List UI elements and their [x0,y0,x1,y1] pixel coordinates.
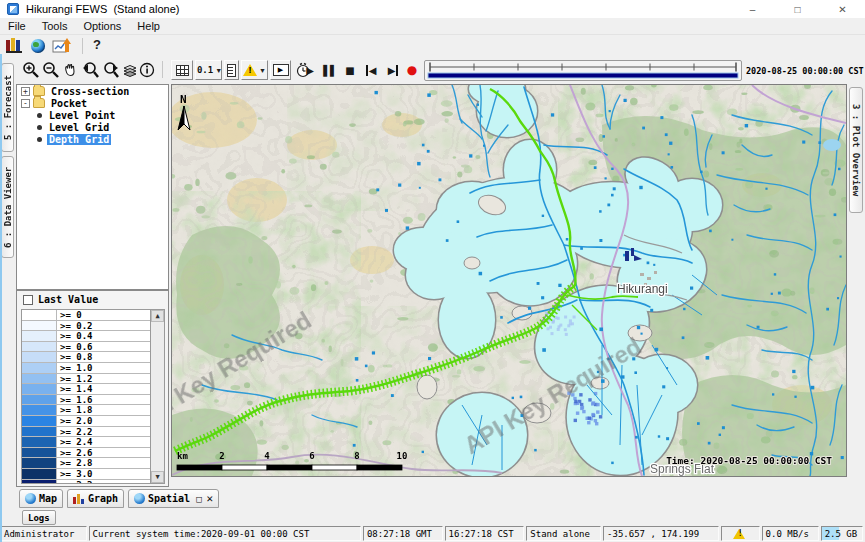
tree-item-label[interactable]: Cross-section [49,86,131,97]
step-back-button[interactable]: ◀ [362,60,380,80]
legend-swatch [22,331,57,341]
pan-hand-icon[interactable] [62,60,79,80]
toolbar-map: 0.1▼ ▼ ▶ ▶ ▌▌ ■ ◀ ▶ ● [0,57,865,84]
legend-value: >= 0 [57,310,150,320]
legend-row: >= 2.6 [22,448,150,459]
tree-item-depth-grid[interactable]: Depth Grid [17,133,168,145]
legend-row: >= 1.6 [22,395,150,406]
animation-panel-button[interactable]: ▶ [270,60,291,80]
folder-icon [33,98,45,108]
legend-value: >= 0.4 [57,331,150,341]
legend-swatch [22,395,57,405]
import-chart-icon[interactable] [52,38,72,54]
layers-icon[interactable] [122,60,138,80]
view-tab-graph[interactable]: Graph [67,489,124,508]
legend-row: >= 2.4 [22,437,150,448]
legend-table: >= 0>= 0.2>= 0.4>= 0.6>= 0.8>= 1.0>= 1.2… [21,309,165,484]
info-icon[interactable] [139,60,155,80]
close-button[interactable]: ✕ [820,0,865,18]
play-button[interactable]: ▶ [303,60,317,80]
grid-display-button[interactable] [171,60,193,80]
last-value-label: Last Value [38,294,98,305]
legend-swatch [22,458,57,468]
menu-help[interactable]: Help [129,20,168,32]
legend-panel: Last Value >= 0>= 0.2>= 0.4>= 0.6>= 0.8>… [16,290,169,487]
ruler-button[interactable] [224,60,239,80]
legend-row: >= 1.8 [22,405,150,416]
map-view[interactable]: API Key Required API Key Required Hikura… [171,84,847,477]
legend-scrollbar[interactable]: ▲ ▼ [150,310,164,483]
legend-value: >= 1.0 [57,363,150,373]
view-tab-map[interactable]: Map [19,489,63,508]
tab-close-icon[interactable]: ✕ [207,492,214,505]
minimize-button[interactable]: – [730,0,775,18]
tree-item-level-point[interactable]: Level Point [17,109,168,121]
stop-button[interactable]: ■ [343,60,357,80]
scroll-down-icon[interactable]: ▼ [151,471,164,483]
window-edge [0,54,2,542]
globe-icon [134,493,145,504]
zoom-previous-icon[interactable] [81,60,100,80]
status-text: 0.0 MB/s [766,529,809,539]
map-globe-icon[interactable] [31,39,45,53]
legend-swatch [22,321,57,331]
last-value-checkbox[interactable] [23,295,33,305]
step-forward-button[interactable]: ▶ [384,60,402,80]
help-icon[interactable]: ? [93,37,101,52]
tree-item-level-grid[interactable]: Level Grid [17,121,168,133]
view-tab-spatial[interactable]: Spatial□✕ [128,489,219,508]
status-text: 2.5 GB [825,529,858,539]
tree-item-label[interactable]: Level Point [47,110,117,121]
sidebar-tab-plot-overview[interactable]: 3 : Plot Overview [849,87,863,213]
scroll-up-icon[interactable]: ▲ [151,310,164,322]
logs-button[interactable]: Logs [22,510,56,525]
tree-item-label[interactable]: Level Grid [47,122,111,133]
app-icon [7,3,19,15]
status-text: -35.657 , 174.199 [607,529,699,539]
legend-value: >= 1.6 [57,395,150,405]
legend-swatch [22,448,57,458]
collapse-icon[interactable]: - [21,99,30,108]
status-cell-8: 2.5 GB [821,526,863,541]
zoom-in-icon[interactable] [22,60,40,80]
legend-swatch [22,480,57,485]
legend-value: >= 0.2 [57,321,150,331]
view-tab-label: Spatial [148,493,190,504]
time-slider[interactable] [424,60,742,81]
tree-item-label[interactable]: Depth Grid [47,134,111,145]
warnings-dropdown[interactable]: ▼ [241,60,268,80]
status-cell-1: Current system time:2020-09-01 00:00 CST [89,526,361,541]
menu-tools[interactable]: Tools [34,20,76,32]
tab-maximize-icon[interactable]: □ [196,494,201,504]
sidebar-tab-forecast[interactable]: 5 : Forecast [1,63,14,152]
record-button[interactable]: ● [405,60,419,80]
zoom-next-icon[interactable] [102,60,121,80]
toolbar-main: ? [0,35,865,57]
chart-icon [73,493,85,504]
maximize-button[interactable]: □ [775,0,820,18]
legend-value: >= 1.8 [57,405,150,415]
status-text: Current system time:2020-09-01 00:00 CST [93,529,310,539]
expand-icon[interactable]: + [21,87,30,96]
bullet-icon [37,125,42,130]
bullet-icon [37,137,42,142]
tree-item-label[interactable]: Pocket [49,98,89,109]
explorer-icon[interactable] [6,39,22,53]
menu-options[interactable]: Options [75,20,129,32]
zoom-out-icon[interactable] [42,60,60,80]
sidebar-tab-data-viewer[interactable]: 6 : Data Viewer [1,156,14,258]
globe-icon [25,493,36,504]
svg-text:6: 6 [309,451,314,461]
scale-threshold-dropdown[interactable]: 0.1▼ [195,60,222,80]
status-cell-5: -35.657 , 174.199 [603,526,719,541]
title-bar: Hikurangi FEWS (Stand alone) – □ ✕ [0,0,865,18]
legend-row: >= 1.0 [22,363,150,374]
legend-swatch [22,342,57,352]
warning-icon[interactable] [733,529,745,539]
timeline-current-date: 2020-08-25 00:00:00 CST [746,66,864,76]
menu-file[interactable]: File [0,20,34,32]
tree-item-pocket[interactable]: -Pocket [17,97,168,109]
legend-value: >= 2.8 [57,458,150,468]
legend-value: >= 1.2 [57,374,150,384]
pause-button[interactable]: ▌▌ [322,60,338,80]
